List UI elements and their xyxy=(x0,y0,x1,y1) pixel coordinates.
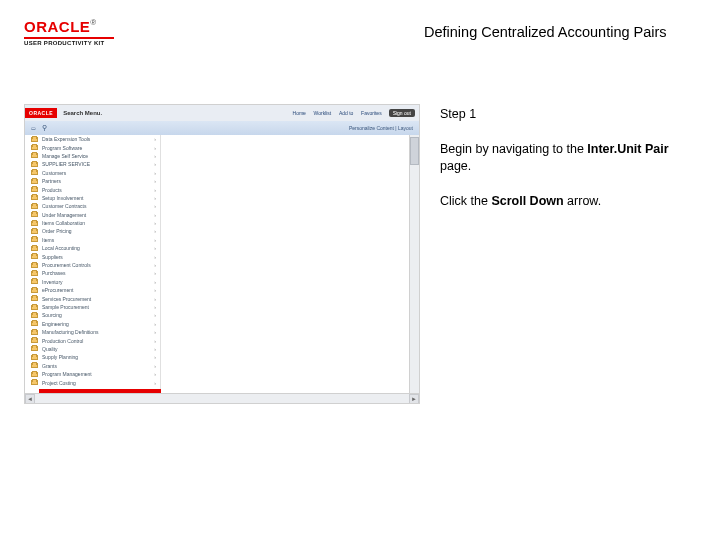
folder-icon xyxy=(31,271,38,276)
menu-collapse-icon[interactable]: ▭ xyxy=(31,125,36,131)
sidebar-item[interactable]: Grants› xyxy=(25,362,160,370)
sidebar-item[interactable]: Order Pricing› xyxy=(25,227,160,235)
chevron-right-icon: › xyxy=(154,262,156,268)
folder-icon xyxy=(31,355,38,360)
vertical-scroll-thumb[interactable] xyxy=(410,137,419,165)
folder-icon xyxy=(31,380,38,385)
registered-mark: ® xyxy=(90,18,96,27)
sidebar-item-label: Quality xyxy=(42,346,58,352)
app-top-bar: ORACLE Search Menu. Home Worklist Add to… xyxy=(25,105,419,121)
logo-subline: USER PRODUCTIVITY KIT xyxy=(24,40,124,46)
sidebar-item[interactable]: Data Expension Tools› xyxy=(25,135,160,143)
sidebar-item-label: Manufacturing Definitions xyxy=(42,329,98,335)
search-icon[interactable]: ⚲ xyxy=(42,124,47,132)
sidebar-item-label: Inventory xyxy=(42,279,63,285)
sidebar-item-label: Project Costing xyxy=(42,380,76,386)
chevron-right-icon: › xyxy=(154,170,156,176)
search-menu-label: Search Menu. xyxy=(63,110,102,116)
chevron-right-icon: › xyxy=(154,195,156,201)
chevron-right-icon: › xyxy=(154,296,156,302)
folder-icon xyxy=(31,195,38,200)
sidebar-item[interactable]: Sourcing› xyxy=(25,311,160,319)
sidebar-item[interactable]: Items› xyxy=(25,236,160,244)
sidebar-item[interactable]: Under Management› xyxy=(25,211,160,219)
signout-button[interactable]: Sign out xyxy=(389,109,415,117)
chevron-right-icon: › xyxy=(154,279,156,285)
sidebar-item[interactable]: Production Control› xyxy=(25,336,160,344)
instr2-bold: Scroll Down xyxy=(491,194,563,208)
sidebar-item-label: Manage Self Service xyxy=(42,153,88,159)
sidebar-item-label: Customers xyxy=(42,170,66,176)
nav-link-favorites[interactable]: Favorites xyxy=(361,110,382,116)
sidebar-item-label: Sample Procurement xyxy=(42,304,89,310)
folder-icon xyxy=(31,321,38,326)
chevron-right-icon: › xyxy=(154,203,156,209)
sidebar-item[interactable]: Suppliers› xyxy=(25,252,160,260)
sidebar-item[interactable]: Program Management› xyxy=(25,370,160,378)
personalize-link[interactable]: Personalize Content | Layout xyxy=(349,125,413,131)
sidebar-item[interactable]: Engineering› xyxy=(25,320,160,328)
sidebar-item-label: Products xyxy=(42,187,62,193)
chevron-right-icon: › xyxy=(154,380,156,386)
chevron-right-icon: › xyxy=(154,145,156,151)
sidebar-item-label: Procurement Controls xyxy=(42,262,91,268)
chevron-right-icon: › xyxy=(154,371,156,377)
sidebar-item[interactable]: eProcurement› xyxy=(25,286,160,294)
sidebar-item[interactable]: Sample Procurement› xyxy=(25,303,160,311)
sidebar-item-label: Supply Planning xyxy=(42,354,78,360)
chevron-right-icon: › xyxy=(154,187,156,193)
content-area: ORACLE Search Menu. Home Worklist Add to… xyxy=(0,52,720,404)
sidebar-item-label: Purchases xyxy=(42,270,66,276)
folder-icon xyxy=(31,279,38,284)
sidebar-item-label: eProcurement xyxy=(42,287,73,293)
chevron-right-icon: › xyxy=(154,287,156,293)
vertical-scrollbar[interactable] xyxy=(409,135,419,393)
nav-link-home[interactable]: Home xyxy=(293,110,306,116)
sidebar-item[interactable]: Partners› xyxy=(25,177,160,185)
sidebar-item[interactable]: Items Collaboration› xyxy=(25,219,160,227)
chevron-right-icon: › xyxy=(154,212,156,218)
sidebar-item[interactable]: Local Accounting› xyxy=(25,244,160,252)
folder-icon xyxy=(31,187,38,192)
instructions-panel: Step 1 Begin by navigating to the Inter.… xyxy=(440,104,696,404)
chevron-right-icon: › xyxy=(154,321,156,327)
chevron-right-icon: › xyxy=(154,363,156,369)
sidebar-item[interactable]: Quality› xyxy=(25,345,160,353)
chevron-right-icon: › xyxy=(154,346,156,352)
sidebar-item[interactable]: Supply Planning› xyxy=(25,353,160,361)
sidebar-item[interactable]: Manufacturing Definitions› xyxy=(25,328,160,336)
sidebar-item[interactable]: Services Procurement› xyxy=(25,294,160,302)
sidebar-item[interactable]: Program Software› xyxy=(25,143,160,151)
sidebar-item[interactable]: Purchases› xyxy=(25,269,160,277)
sidebar-item[interactable]: Setup Involvement› xyxy=(25,194,160,202)
scroll-left-arrow[interactable]: ◄ xyxy=(25,394,35,404)
sidebar-item-label: Items xyxy=(42,237,54,243)
instruction-line-2: Click the Scroll Down arrow. xyxy=(440,193,696,210)
chevron-right-icon: › xyxy=(154,304,156,310)
sidebar-item[interactable]: Procurement Controls› xyxy=(25,261,160,269)
chevron-right-icon: › xyxy=(154,254,156,260)
sidebar-item-label: Suppliers xyxy=(42,254,63,260)
folder-icon xyxy=(31,346,38,351)
sidebar-item[interactable]: Project Costing› xyxy=(25,378,160,386)
nav-link-worklist[interactable]: Worklist xyxy=(314,110,332,116)
chevron-right-icon: › xyxy=(154,237,156,243)
instr1-suffix: page. xyxy=(440,159,471,173)
sidebar-item-label: Order Pricing xyxy=(42,228,71,234)
instr2-prefix: Click the xyxy=(440,194,491,208)
sidebar-item[interactable]: SUPPLIER SERVICE› xyxy=(25,160,160,168)
scroll-right-arrow[interactable]: ► xyxy=(409,394,419,404)
folder-icon xyxy=(31,229,38,234)
folder-icon xyxy=(31,263,38,268)
nav-link-addto[interactable]: Add to xyxy=(339,110,353,116)
sidebar-item[interactable]: Inventory› xyxy=(25,278,160,286)
sidebar-item[interactable]: Manage Self Service› xyxy=(25,152,160,160)
horizontal-scrollbar[interactable]: ◄ ► xyxy=(25,393,419,403)
header: ORACLE® USER PRODUCTIVITY KIT Defining C… xyxy=(0,0,720,52)
sidebar-item[interactable]: Customer Contracts› xyxy=(25,202,160,210)
folder-icon xyxy=(31,246,38,251)
sidebar-item[interactable]: Customers› xyxy=(25,169,160,177)
folder-icon xyxy=(31,212,38,217)
sidebar-item-label: Items Collaboration xyxy=(42,220,85,226)
sidebar-item[interactable]: Products› xyxy=(25,185,160,193)
